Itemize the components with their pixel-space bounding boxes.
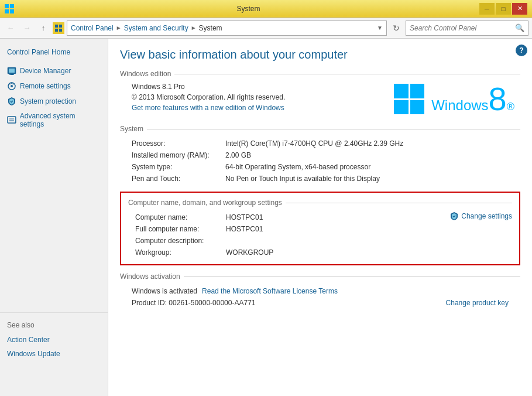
maximize-button[interactable]: □ <box>496 3 511 15</box>
computer-name-value: HOSTPC01 <box>226 213 442 221</box>
change-product-key-button[interactable]: Change product key <box>446 299 509 307</box>
sidebar-item-device-manager[interactable]: Device Manager <box>0 63 108 78</box>
remote-settings-icon <box>7 81 16 91</box>
computer-name-section: Computer name, domain, and workgroup set… <box>120 192 520 265</box>
minimize-button[interactable]: ─ <box>479 3 495 15</box>
breadcrumb-system-security[interactable]: System and Security <box>124 24 188 32</box>
breadcrumb-control-panel[interactable]: Control Panel <box>71 24 114 32</box>
up-button[interactable]: ↑ <box>36 21 50 35</box>
table-row: Pen and Touch: No Pen or Touch Input is … <box>120 173 520 185</box>
computer-section-label: Computer name, domain, and workgroup set… <box>128 199 282 207</box>
full-computer-name-value: HOSTPC01 <box>226 225 442 233</box>
breadcrumb-sep-1: ► <box>116 25 122 31</box>
change-settings-label: Change settings <box>461 212 512 220</box>
help-button[interactable]: ? <box>516 45 527 56</box>
forward-button[interactable]: → <box>20 21 34 35</box>
upgrade-link[interactable]: Get more features with a new edition of … <box>120 104 394 112</box>
workgroup-value: WORKGROUP <box>226 248 442 257</box>
ram-label: Installed memory (RAM): <box>132 151 225 159</box>
breadcrumb: Control Panel ► System and Security ► Sy… <box>67 21 387 36</box>
advanced-settings-icon <box>7 115 16 125</box>
sidebar-item-action-center[interactable]: Action Center <box>0 333 108 347</box>
license-terms-link[interactable]: Read the Microsoft Software License Term… <box>202 287 338 295</box>
windows-edition-section: Windows 8.1 Pro © 2013 Microsoft Corpora… <box>120 83 520 115</box>
back-button[interactable]: ← <box>4 21 18 35</box>
svg-rect-11 <box>9 74 14 75</box>
device-manager-icon <box>7 66 16 76</box>
window-controls: ─ □ ✕ <box>479 3 527 15</box>
search-box: 🔍 <box>406 21 528 36</box>
svg-rect-5 <box>59 25 62 28</box>
breadcrumb-dropdown[interactable]: ▼ <box>377 25 383 31</box>
system-protection-icon <box>7 97 16 106</box>
computer-section-header: Computer name, domain, and workgroup set… <box>128 199 512 207</box>
change-settings-button[interactable]: Change settings <box>449 211 512 221</box>
win8-word: Windows <box>431 97 488 114</box>
location-icon <box>53 22 64 34</box>
see-also-label: See also <box>0 318 108 333</box>
table-row: Full computer name: HOSTPC01 <box>128 223 449 235</box>
processor-label: Processor: <box>132 139 225 148</box>
activation-section-header: Windows activation <box>120 272 520 281</box>
windows8-logo: Windows 8 ® <box>394 83 514 115</box>
system-section-label: System <box>120 125 143 133</box>
edition-info: Windows 8.1 Pro © 2013 Microsoft Corpora… <box>120 83 394 112</box>
computer-description-label: Computer description: <box>135 237 226 245</box>
sidebar-item-system-protection[interactable]: System protection <box>0 94 108 109</box>
computer-info-container: Computer name: HOSTPC01 Full computer na… <box>128 211 512 258</box>
win8-sup: ® <box>507 101 514 113</box>
full-computer-name-label: Full computer name: <box>135 225 226 233</box>
computer-info-rows: Computer name: HOSTPC01 Full computer na… <box>128 211 449 258</box>
sidebar-item-advanced-settings[interactable]: Advanced system settings <box>0 109 108 131</box>
product-id-row: Product ID: 00261-50000-00000-AA771 Chan… <box>120 297 520 309</box>
win8-tile-1 <box>394 84 409 98</box>
sidebar-home[interactable]: Control Panel Home <box>0 45 108 60</box>
svg-rect-6 <box>55 29 58 32</box>
refresh-button[interactable]: ↻ <box>389 21 403 35</box>
table-row: Workgroup: WORKGROUP <box>128 247 449 258</box>
table-row: System type: 64-bit Operating System, x6… <box>120 161 520 173</box>
svg-rect-4 <box>55 25 58 28</box>
sidebar-divider <box>0 312 108 313</box>
workgroup-label: Workgroup: <box>135 248 226 257</box>
activation-section: Windows activation Windows is activated … <box>120 272 520 309</box>
app-icon <box>5 4 14 13</box>
computer-name-label: Computer name: <box>135 213 226 221</box>
shield-settings-icon <box>449 211 459 221</box>
search-input[interactable] <box>410 24 515 32</box>
ram-value: 2.00 GB <box>225 151 251 159</box>
edition-name: Windows 8.1 Pro <box>120 83 394 91</box>
breadcrumb-sep-2: ► <box>191 25 197 31</box>
table-row: Computer description: <box>128 235 449 247</box>
breadcrumb-system: System <box>199 24 222 32</box>
svg-rect-0 <box>5 4 9 8</box>
device-manager-label: Device Manager <box>20 67 71 75</box>
table-row: Installed memory (RAM): 2.00 GB <box>120 149 520 161</box>
table-row: Processor: Intel(R) Core(TM) i7-4700HQ C… <box>120 138 520 149</box>
svg-rect-2 <box>5 9 9 13</box>
system-type-label: System type: <box>132 163 225 171</box>
svg-rect-3 <box>10 9 14 13</box>
action-center-label: Action Center <box>7 336 50 344</box>
close-button[interactable]: ✕ <box>512 3 527 15</box>
edition-copyright: © 2013 Microsoft Corporation. All rights… <box>120 93 394 101</box>
search-button[interactable]: 🔍 <box>515 23 524 32</box>
advanced-settings-label: Advanced system settings <box>20 112 101 128</box>
product-id-label: Product ID: 00261-50000-00000-AA771 <box>132 299 255 307</box>
page-title: View basic information about your comput… <box>120 48 520 62</box>
sidebar: Control Panel Home Device Manager Remote… <box>0 39 108 396</box>
window-title: System <box>18 5 479 13</box>
system-type-value: 64-bit Operating System, x64-based proce… <box>225 163 370 171</box>
sidebar-item-windows-update[interactable]: Windows Update <box>0 347 108 361</box>
windows-edition-label: Windows edition <box>120 70 171 78</box>
activation-section-label: Windows activation <box>120 272 180 281</box>
activation-row: Windows is activated Read the Microsoft … <box>120 285 520 297</box>
system-section-header: System <box>120 125 520 133</box>
svg-point-13 <box>11 85 13 87</box>
svg-rect-14 <box>8 117 16 123</box>
sidebar-item-remote-settings[interactable]: Remote settings <box>0 78 108 94</box>
windows-edition-section-header: Windows edition <box>120 70 520 78</box>
win8-tile-2 <box>410 84 425 98</box>
win8-tile-3 <box>394 100 409 115</box>
svg-rect-7 <box>59 29 62 32</box>
